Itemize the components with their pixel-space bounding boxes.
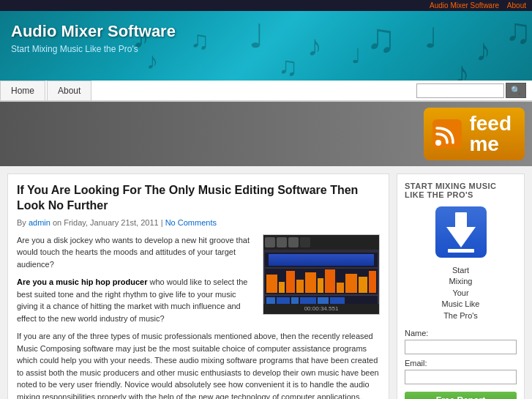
daw-btn-1 <box>265 237 275 247</box>
site-title: Audio Mixer Software <box>11 22 521 41</box>
article-para3: If you are any of the three types of mus… <box>17 330 380 399</box>
svg-point-1 <box>435 140 441 146</box>
search-input[interactable] <box>416 83 504 98</box>
name-input[interactable] <box>405 340 517 354</box>
meta-by: By <box>17 218 29 227</box>
rss-icon <box>432 119 462 149</box>
article-meta: By admin on Friday, January 21st, 2011 |… <box>17 218 380 227</box>
email-label: Email: <box>405 359 517 368</box>
feed-banner: feed me <box>0 102 532 166</box>
site-tagline: Start Mixing Music Like the Pro's <box>11 44 521 54</box>
navigation: Home About 🔍 <box>0 81 532 102</box>
nav-home[interactable]: Home <box>0 81 45 100</box>
download-arrow-icon <box>446 227 476 247</box>
author-link[interactable]: admin <box>29 218 50 227</box>
feed-me-button[interactable]: feed me <box>424 108 525 160</box>
article-image: 00:00:34.551 <box>263 234 380 315</box>
sidebar-title: START MIXING MUSIC LIKE THE PRO'S <box>405 182 517 199</box>
nav-search: 🔍 <box>416 83 532 98</box>
article-body: 00:00:34.551 Are you a disk jockey who w… <box>17 234 380 399</box>
daw-btn-4 <box>300 237 310 247</box>
nav-items: Home About <box>0 81 93 100</box>
meta-date: on Friday, January 21st, 2011 | <box>53 218 163 227</box>
top-bar: Audio Mixer Software About <box>0 0 532 11</box>
topbar-link-about[interactable]: About <box>507 1 526 10</box>
sidebar-form: Name: Email: Free Report <box>405 329 517 399</box>
search-button[interactable]: 🔍 <box>506 83 526 98</box>
daw-btn-2 <box>277 237 287 247</box>
free-report-button[interactable]: Free Report <box>405 392 517 399</box>
content-area: If You Are Looking For The Only Music Ed… <box>7 174 389 399</box>
site-header: ♪ ♫ ♩ ♪ ♫ ♩ ♪ ♫ ♪ ♫ ♩ ♪ Audio Mixer Soft… <box>0 11 532 81</box>
sidebar-description: Start Mixing Your Music Like The Pro's <box>405 265 517 321</box>
download-icon-box <box>435 206 487 258</box>
main-layout: If You Are Looking For The Only Music Ed… <box>0 166 532 399</box>
sidebar-box: START MIXING MUSIC LIKE THE PRO'S Start … <box>397 174 525 399</box>
comments-link[interactable]: No Comments <box>165 218 217 227</box>
nav-about[interactable]: About <box>47 81 91 100</box>
topbar-link-software[interactable]: Audio Mixer Software <box>430 1 499 10</box>
daw-toolbar <box>263 235 379 250</box>
sidebar: START MIXING MUSIC LIKE THE PRO'S Start … <box>397 174 525 399</box>
email-input[interactable] <box>405 370 517 384</box>
feed-me-text: feed me <box>469 113 512 154</box>
daw-btn-3 <box>288 237 299 247</box>
article-para2-strong: Are you a music hip hop producer <box>17 277 147 286</box>
article-title: If You Are Looking For The Only Music Ed… <box>17 183 380 214</box>
name-label: Name: <box>405 329 517 338</box>
